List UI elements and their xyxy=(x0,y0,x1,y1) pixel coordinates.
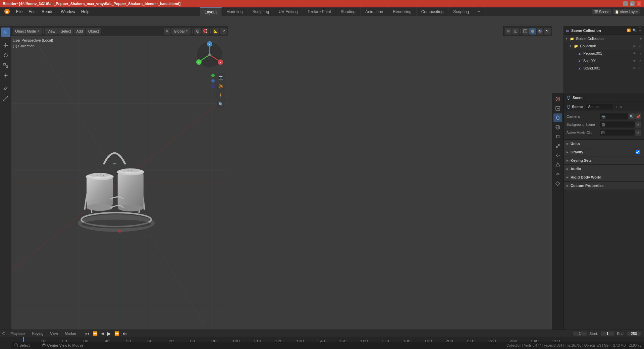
xray-btn[interactable]: ◫ xyxy=(512,28,519,35)
render-menu[interactable]: Render xyxy=(39,8,57,15)
zoom-view-btn[interactable]: 🔍 xyxy=(217,100,225,108)
outliner-salt[interactable]: ▲ Salt.001 👁 ✓ xyxy=(572,57,644,64)
gravity-section-header[interactable]: ▶ Gravity xyxy=(564,148,644,156)
scene-add-btn[interactable]: + xyxy=(615,105,618,109)
object-menu-btn[interactable]: Object xyxy=(86,28,101,35)
view-menu-btn[interactable]: View xyxy=(45,28,58,35)
outliner-pepper[interactable]: ▲ Pepper.001 👁 ✓ xyxy=(572,50,644,57)
window-menu[interactable]: Window xyxy=(58,8,78,15)
scene-selector[interactable]: 🎬 Scene xyxy=(592,9,611,14)
modifier-props-btn[interactable] xyxy=(553,142,562,150)
pepper-eye[interactable]: 👁 xyxy=(632,52,637,55)
movie-clip-btn[interactable]: + xyxy=(635,130,641,136)
frame-end-input[interactable] xyxy=(627,332,641,336)
blender-logo-menu[interactable]: B xyxy=(1,7,13,16)
snap-btn[interactable]: 🧲 xyxy=(202,28,209,35)
scene-props-btn[interactable] xyxy=(553,113,562,122)
gravity-checkbox[interactable] xyxy=(636,150,640,154)
play-btn[interactable]: ▶ xyxy=(106,330,112,337)
global-snap-btn[interactable]: ⊕ xyxy=(164,28,170,35)
camera-browse-btn[interactable]: 🔍 xyxy=(629,113,635,119)
salt-restrict[interactable]: ✓ xyxy=(638,59,643,63)
minimize-button[interactable]: — xyxy=(623,1,628,6)
maximize-button[interactable]: □ xyxy=(630,1,635,6)
tab-scripting[interactable]: Scripting xyxy=(448,7,474,16)
current-frame-input[interactable]: 1 xyxy=(573,332,587,336)
keying-sets-section-header[interactable]: ▶ Keying Sets xyxy=(564,156,644,164)
proportional-edit-btn[interactable]: ⊙ xyxy=(194,28,201,35)
show-gizmo-btn[interactable]: ↗ xyxy=(220,28,227,35)
nav-gizmo-svg[interactable]: Z X Y xyxy=(195,40,225,70)
collection-restrict[interactable]: ✓ xyxy=(638,44,643,48)
camera-view-btn[interactable]: 📷 xyxy=(217,73,225,81)
jump-end-btn[interactable]: ⏭ xyxy=(122,331,128,337)
select-menu-btn[interactable]: Select xyxy=(58,28,73,35)
rotate-tool-btn[interactable] xyxy=(1,51,10,60)
scale-tool-btn[interactable] xyxy=(1,61,10,70)
next-keyframe-btn[interactable]: ⏩ xyxy=(113,331,120,337)
annotate-tool-btn[interactable] xyxy=(1,84,10,93)
camera-value[interactable]: 📷 xyxy=(600,113,628,119)
select-tool-btn[interactable] xyxy=(1,28,10,37)
render-region-btn[interactable]: 📐 xyxy=(212,28,219,35)
overlay-btn[interactable]: ⊞ xyxy=(505,28,512,35)
view-timeline-btn[interactable]: View xyxy=(48,331,60,336)
tab-texture-paint[interactable]: Texture Paint xyxy=(303,7,336,16)
rendered-shading-btn[interactable] xyxy=(544,28,551,35)
playback-menu-btn[interactable]: Playback xyxy=(8,331,28,336)
outliner-scene-collection[interactable]: ▼ 📁 Scene Collection 👁 xyxy=(564,35,644,42)
particle-props-btn[interactable] xyxy=(553,151,562,160)
world-props-btn[interactable] xyxy=(553,123,562,132)
move-tool-btn[interactable] xyxy=(1,41,10,50)
outliner-collection[interactable]: ▼ 📁 Collection 👁 ✓ xyxy=(568,42,644,50)
close-button[interactable]: ✕ xyxy=(637,1,641,6)
help-menu[interactable]: Help xyxy=(78,8,92,15)
outliner-filter-btn[interactable]: 🔽 xyxy=(626,28,631,33)
jump-start-btn[interactable]: ⏮ xyxy=(84,331,90,337)
walk-nav-btn[interactable]: 🚶 xyxy=(217,91,225,99)
bg-scene-btn[interactable]: + xyxy=(635,121,641,128)
tab-add[interactable]: + xyxy=(474,7,484,16)
scene-collection-eye[interactable]: 👁 xyxy=(638,37,643,41)
tab-uv-editing[interactable]: UV Editing xyxy=(274,7,303,16)
outliner-stand[interactable]: ▲ Stand.001 👁 ✓ xyxy=(572,64,644,72)
rigid-body-world-section-header[interactable]: ▶ Rigid Body World xyxy=(564,173,644,181)
custom-properties-section-header[interactable]: ▶ Custom Properties xyxy=(564,182,644,190)
physics-props-btn[interactable] xyxy=(553,160,562,169)
outliner-add-btn[interactable]: + xyxy=(638,28,642,33)
tab-sculpting[interactable]: Sculpting xyxy=(248,7,274,16)
add-menu-btn[interactable]: Add xyxy=(74,28,86,35)
units-section-header[interactable]: ▶ Units xyxy=(564,140,644,148)
object-data-props-btn[interactable] xyxy=(553,179,562,188)
transform-space-btn[interactable]: Global ▼ xyxy=(171,28,191,35)
tab-shading[interactable]: Shading xyxy=(336,7,361,16)
tab-compositing[interactable]: Compositing xyxy=(417,7,449,16)
measure-tool-btn[interactable] xyxy=(1,94,10,103)
file-menu[interactable]: File xyxy=(13,8,25,15)
render-preview-btn[interactable]: 🔆 xyxy=(217,82,225,90)
keying-menu-btn[interactable]: Keying xyxy=(30,331,46,336)
play-reverse-btn[interactable]: ◀ xyxy=(100,331,105,337)
output-props-btn[interactable] xyxy=(553,104,562,113)
wireframe-shading-btn[interactable] xyxy=(522,28,529,35)
collection-eye[interactable]: 👁 xyxy=(632,44,637,48)
tab-modeling[interactable]: Modeling xyxy=(222,7,248,16)
pepper-restrict[interactable]: ✓ xyxy=(638,52,643,55)
outliner-search-btn[interactable]: 🔍 xyxy=(632,28,637,33)
solid-shading-btn[interactable] xyxy=(529,28,536,35)
viewport-3d[interactable]: User Perspective (Local) (1) Collection … xyxy=(11,36,228,330)
tab-rendering[interactable]: Rendering xyxy=(388,7,416,16)
tab-layout[interactable]: Layout xyxy=(200,7,222,16)
render-props-btn[interactable] xyxy=(553,95,562,103)
transform-tool-btn[interactable] xyxy=(1,71,10,80)
edit-menu[interactable]: Edit xyxy=(26,8,38,15)
frame-start-input[interactable] xyxy=(601,332,614,336)
tab-animation[interactable]: Animation xyxy=(361,7,388,16)
stand-restrict[interactable]: ✓ xyxy=(638,66,643,70)
constraints-props-btn[interactable] xyxy=(553,170,562,179)
scene-name-input[interactable] xyxy=(586,104,613,109)
prev-keyframe-btn[interactable]: ⏪ xyxy=(92,331,99,337)
active-movie-clip-value[interactable]: 🎞 xyxy=(600,130,635,136)
object-mode-btn[interactable]: Object Mode ▼ xyxy=(13,28,42,35)
material-preview-btn[interactable] xyxy=(537,28,543,35)
